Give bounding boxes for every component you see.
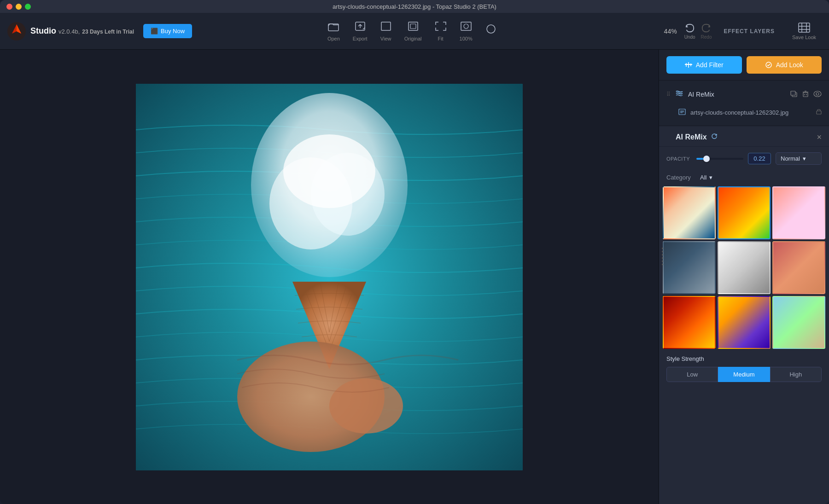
view-label: View [380, 36, 391, 41]
svg-point-7 [464, 24, 468, 29]
filter-refresh-button[interactable] [711, 133, 718, 142]
redo-button[interactable]: Redo [701, 23, 712, 40]
strength-medium-button[interactable]: Medium [718, 367, 770, 382]
buy-icon: ⬛ [151, 28, 158, 35]
thumbnail-grid [659, 186, 829, 349]
layer-duplicate-icon[interactable] [790, 91, 798, 98]
logo-version: v2.0.4b, [58, 28, 80, 35]
export-tool[interactable]: Export [347, 18, 373, 44]
opacity-value[interactable]: 0.22 [748, 153, 771, 164]
add-filter-label: Add Filter [696, 61, 724, 69]
canvas-artwork [136, 84, 523, 470]
save-look-label: Save Look [792, 35, 816, 40]
window-title: artsy-clouds-conceptual-1262302.jpg - To… [333, 3, 496, 10]
view-tool[interactable]: View [375, 18, 397, 44]
redo-label: Redo [701, 35, 712, 40]
layer-name: AI ReMix [688, 91, 786, 98]
svg-rect-35 [803, 93, 808, 97]
add-filter-button[interactable]: Add Filter [666, 56, 742, 74]
zoom-display: 44% [664, 28, 677, 35]
svg-point-41 [816, 93, 819, 95]
canvas-area[interactable] [0, 50, 659, 504]
original-label: Original [404, 36, 422, 41]
file-layer-icon [678, 109, 686, 116]
maximize-button[interactable] [25, 4, 31, 10]
thumbnail-8[interactable] [718, 296, 771, 349]
lock-icon [816, 108, 822, 116]
category-dropdown[interactable]: All ▾ [700, 174, 712, 181]
layer-visibility-icon[interactable] [813, 91, 822, 98]
filter-panel: AI ReMix × OPACITY 0.22 Normal [659, 126, 829, 504]
svg-rect-4 [409, 22, 418, 30]
svg-rect-3 [381, 22, 391, 30]
filter-close-button[interactable]: × [817, 133, 822, 142]
category-row: Category All ▾ [659, 170, 829, 186]
add-look-icon [765, 61, 772, 69]
logo-name: Studio v2.0.4b, 23 Days Left in Trial [30, 26, 134, 36]
logo-text: Studio v2.0.4b, 23 Days Left in Trial [30, 26, 134, 36]
fit-tool[interactable]: Fit [429, 18, 452, 44]
thumbnail-3[interactable] [772, 186, 825, 239]
add-look-button[interactable]: Add Look [747, 56, 822, 74]
svg-rect-9 [799, 23, 810, 32]
save-look-icon [798, 22, 811, 33]
traffic-lights [6, 4, 31, 10]
thumbnail-2[interactable] [718, 186, 771, 239]
thumbnail-7[interactable] [663, 296, 716, 349]
trial-text: 23 Days Left in Trial [82, 29, 134, 35]
file-layer-name: artsy-clouds-conceptual-1262302.jpg [690, 109, 811, 116]
remix-icon [675, 90, 683, 99]
undo-button[interactable]: Undo [684, 23, 695, 40]
blend-mode-select[interactable]: Normal ▾ [776, 152, 822, 165]
svg-rect-34 [791, 91, 795, 95]
svg-rect-6 [461, 22, 471, 30]
category-label: Category [666, 174, 696, 181]
add-buttons-row: Add Filter Add Look [659, 50, 829, 81]
titlebar: artsy-clouds-conceptual-1262302.jpg - To… [0, 0, 829, 13]
filter-panel-container: AI ReMix × OPACITY 0.22 Normal [659, 126, 829, 387]
main-content: Add Filter Add Look ⠿ AI ReMix [0, 50, 829, 504]
circle-tool[interactable] [480, 21, 502, 41]
fit-icon [435, 21, 447, 34]
style-strength-section: Style Strength Low Medium High [659, 349, 829, 387]
style-strength-label: Style Strength [666, 355, 822, 362]
strength-high-button[interactable]: High [770, 367, 822, 382]
right-panel: Add Filter Add Look ⠿ AI ReMix [659, 50, 829, 504]
close-button[interactable] [6, 4, 12, 10]
minimize-button[interactable] [16, 4, 22, 10]
svg-rect-46 [817, 111, 821, 114]
opacity-slider[interactable] [696, 158, 743, 160]
ai-remix-layer[interactable]: ⠿ AI ReMix [659, 85, 829, 104]
open-tool[interactable]: Open [322, 18, 345, 44]
save-look-button[interactable]: Save Look [787, 19, 822, 43]
layers-list: ⠿ AI ReMix [659, 81, 829, 126]
thumbnail-4[interactable] [663, 241, 716, 294]
undo-label: Undo [684, 35, 695, 40]
strength-low-button[interactable]: Low [666, 367, 718, 382]
filter-panel-header: AI ReMix × [659, 126, 829, 147]
thumbnail-1[interactable] [663, 186, 716, 239]
logo-icon [7, 22, 26, 41]
original-tool[interactable]: Original [399, 18, 427, 44]
toolbar-right: 44% Undo Redo EFFECT LAYERS Save Look [664, 19, 822, 43]
app-logo: Studio v2.0.4b, 23 Days Left in Trial [7, 22, 134, 41]
file-layer-item: artsy-clouds-conceptual-1262302.jpg [659, 104, 829, 121]
add-filter-icon [685, 61, 692, 69]
canvas-image [136, 84, 523, 470]
filter-panel-title: AI ReMix [676, 133, 707, 141]
opacity-label: OPACITY [666, 156, 692, 162]
layer-delete-icon[interactable] [802, 91, 809, 98]
add-look-label: Add Look [776, 61, 803, 69]
open-label: Open [327, 36, 340, 41]
opacity-row: OPACITY 0.22 Normal ▾ [659, 147, 829, 170]
original-icon [408, 21, 419, 34]
thumbnail-6[interactable] [772, 241, 825, 294]
thumbnail-9[interactable] [772, 296, 825, 349]
undo-redo-controls: Undo Redo [684, 23, 712, 40]
thumbnail-5[interactable] [718, 241, 771, 294]
opacity-thumb[interactable] [703, 156, 710, 162]
100pct-tool[interactable]: 100% [454, 18, 478, 44]
open-icon [328, 21, 339, 34]
drag-handle-icon: ⠿ [666, 91, 671, 98]
category-chevron-icon: ▾ [709, 174, 712, 181]
